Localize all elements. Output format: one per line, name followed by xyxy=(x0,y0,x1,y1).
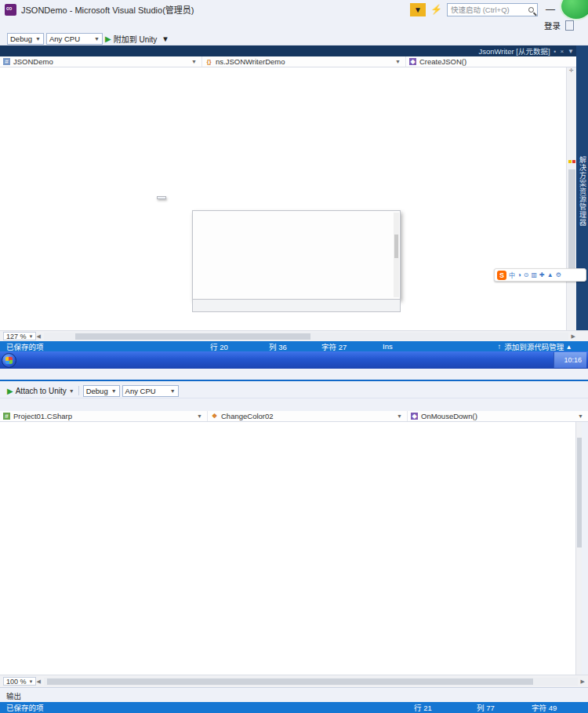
toolbar-bottom: ▶ Attach to Unity ▼ Debug▼ Any CPU▼ xyxy=(0,384,588,398)
status-column: 列 77 xyxy=(477,702,495,713)
tab-overflow-icon[interactable]: ▼ xyxy=(568,48,574,55)
status-insert-mode: Ins xyxy=(383,341,393,351)
start-button[interactable] xyxy=(2,353,16,368)
ime-skin-icon[interactable]: ▲ xyxy=(547,271,554,278)
status-char: 字符 49 xyxy=(532,702,557,713)
document-tabstrip-top: JsonWriter [从元数据] ▪ × ▼ xyxy=(0,45,588,56)
editor-zoom-row-bottom: 100 %▼ ◀ ▶ xyxy=(0,675,588,687)
hscroll-left-icon[interactable]: ◀ xyxy=(36,333,40,340)
breadcrumb-class[interactable]: ❖ ChangeColor02▼ xyxy=(208,411,408,421)
status-saved-items: 已保存的项 xyxy=(0,702,44,713)
vs-window-bottom: 登录 ▶ Attach to Unity ▼ Debug▼ Any CPU▼ #… xyxy=(0,369,588,713)
ime-emoji-icon[interactable]: ⊙ xyxy=(524,271,529,278)
hscroll-left-icon[interactable]: ◀ xyxy=(36,678,40,685)
menubar-top: 登录 xyxy=(0,19,588,32)
ime-settings-icon[interactable]: ⚙ xyxy=(556,271,561,278)
breadcrumb-project[interactable]: # Project01.CSharp▼ xyxy=(0,411,208,421)
ime-punct-icon[interactable]: ◑ xyxy=(517,271,521,278)
platform-dropdown[interactable]: Any CPU▼ xyxy=(46,33,103,45)
horizontal-scrollbar[interactable] xyxy=(44,678,578,686)
project-icon: # xyxy=(3,413,10,420)
status-char: 字符 27 xyxy=(321,341,347,351)
breadcrumb-namespace[interactable]: {} ns.JSONWriterDemo▼ xyxy=(202,56,406,67)
signature-tooltip xyxy=(157,196,166,199)
output-panel-tab[interactable]: 输出 xyxy=(0,687,588,702)
status-line: 行 20 xyxy=(210,341,228,351)
statusbar-bottom: 已保存的项 行 21 列 77 字符 49 xyxy=(0,702,588,713)
horizontal-scrollbar[interactable] xyxy=(44,333,568,340)
namespace-icon: {} xyxy=(205,58,212,65)
editor-zoom-row-top: 127 %▼ ◀ ▶ xyxy=(0,330,588,341)
navigation-bar-bottom: # Project01.CSharp▼ ❖ ChangeColor02▼ ◆ O… xyxy=(0,411,588,422)
debug-config-dropdown[interactable]: Debug▼ xyxy=(7,33,44,45)
breadcrumb-project[interactable]: # JSONDemo▼ xyxy=(0,56,202,67)
search-placeholder: 快速启动 (Ctrl+Q) xyxy=(451,4,528,15)
tab-close-icon[interactable]: × xyxy=(560,48,564,55)
error-mark xyxy=(572,160,575,163)
project-icon: # xyxy=(3,58,10,65)
system-tray: 10:16 xyxy=(554,352,586,368)
statusbar-top: 已保存的项 行 20 列 36 字符 27 Ins ↑ 添加到源代码管理 ▴ xyxy=(0,341,588,351)
intellisense-completion-list[interactable] xyxy=(192,210,401,300)
start-debug-icon[interactable]: ▶ xyxy=(105,35,111,43)
screen: { "watermark": "宿蔻资源教程", "colors": { "st… xyxy=(0,0,588,713)
zoom-level-dropdown[interactable]: 127 %▼ xyxy=(3,332,36,340)
platform-dropdown[interactable]: Any CPU▼ xyxy=(122,385,179,397)
start-debug-icon[interactable]: ▶ xyxy=(7,387,13,395)
zoom-level-dropdown[interactable]: 100 %▼ xyxy=(3,677,36,686)
toolbar-top: Debug▼ Any CPU▼ ▶ 附加到 Unity ▼ xyxy=(0,32,588,45)
document-tabstrip-bottom xyxy=(0,369,588,381)
completion-scrollbar[interactable] xyxy=(394,213,399,297)
signin-label[interactable]: 登录 xyxy=(544,20,561,31)
completion-filter-bar[interactable] xyxy=(192,300,401,312)
add-to-source-control-button[interactable]: ↑ 添加到源代码管理 ▴ xyxy=(497,341,571,351)
tab-jsonwriter-metadata[interactable]: JsonWriter [从元数据] xyxy=(478,45,550,56)
ime-clipboard-icon[interactable]: ✚ xyxy=(539,271,545,278)
navigation-bar-top: # JSONDemo▼ {} ns.JSONWriterDemo▼ ◆ Crea… xyxy=(0,56,588,67)
attach-to-unity-button[interactable]: 附加到 Unity xyxy=(114,33,158,45)
solution-explorer-collapsed-panel[interactable]: 解决方案资源管理器 xyxy=(576,45,588,330)
quick-launch-search-input[interactable]: 快速启动 (Ctrl+Q) xyxy=(447,3,538,16)
taskbar-clock: 10:16 xyxy=(564,356,582,364)
breadcrumb-method[interactable]: ◆ CreateJSON()▼ xyxy=(406,56,588,67)
sogou-logo-icon: S xyxy=(497,271,506,280)
hscroll-right-icon[interactable]: ▶ xyxy=(581,678,588,685)
status-saved-items: 已保存的项 xyxy=(0,341,44,352)
windows-taskbar: 10:16 xyxy=(0,351,588,369)
window-title: JSONDemo - Microsoft Visual Studio(管理员) xyxy=(21,3,194,16)
titlebar-top: JSONDemo - Microsoft Visual Studio(管理员) … xyxy=(0,0,588,19)
feedback-filter-icon[interactable]: ▼ xyxy=(410,3,426,16)
minimize-button[interactable]: — xyxy=(546,4,555,15)
method-icon: ◆ xyxy=(409,58,416,65)
notifications-icon[interactable]: ⚡ xyxy=(430,4,442,15)
search-icon xyxy=(528,7,534,13)
vertical-scrollbar[interactable] xyxy=(575,422,582,675)
status-column: 列 36 xyxy=(269,341,287,351)
tab-lock-icon: ▪ xyxy=(554,48,557,55)
breadcrumb-method[interactable]: ◆ OnMouseDown()▼ xyxy=(408,411,588,421)
ime-keyboard-icon[interactable]: ▥ xyxy=(532,271,538,278)
vertical-scrollbar[interactable]: ✛ xyxy=(566,67,576,330)
attach-to-unity-button[interactable]: Attach to Unity xyxy=(16,387,67,395)
code-editor-bottom[interactable] xyxy=(0,422,582,675)
warning-mark xyxy=(568,160,572,163)
status-line: 行 21 xyxy=(414,702,432,713)
ime-lang-icon[interactable]: 中 xyxy=(509,271,515,279)
scroll-up-icon[interactable]: ✛ xyxy=(567,67,576,74)
sogou-ime-toolbar[interactable]: S 中 ◑ ⊙ ▥ ✚ ▲ ⚙ xyxy=(494,268,586,282)
avatar-icon[interactable] xyxy=(565,20,574,31)
debug-config-dropdown[interactable]: Debug▼ xyxy=(83,385,120,397)
vs-window-top: JSONDemo - Microsoft Visual Studio(管理员) … xyxy=(0,0,588,351)
hscroll-right-icon[interactable]: ▶ xyxy=(572,333,588,340)
class-icon: ❖ xyxy=(211,413,218,420)
code-editor-top[interactable]: ✛ xyxy=(0,67,576,330)
visual-studio-logo-icon xyxy=(5,4,16,16)
method-icon: ◆ xyxy=(411,413,418,420)
